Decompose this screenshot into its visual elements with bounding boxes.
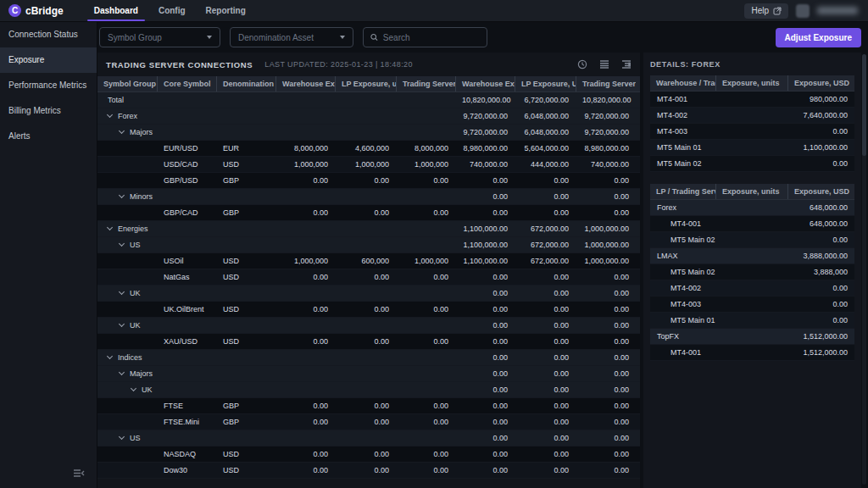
column-header-exposure-usd[interactable]: Exposure, USD xyxy=(787,75,854,91)
table-row-us[interactable]: US1,100,000.00672,000.001,000,000.00 xyxy=(97,237,640,253)
column-header-exposure-units[interactable]: Exposure, units xyxy=(715,75,787,91)
tab-dashboard[interactable]: Dashboard xyxy=(84,0,148,21)
sidebar-item-billing-metrics[interactable]: Billing Metrics xyxy=(0,98,97,124)
detail-row-mt4-001[interactable]: MT4-0011,512,000.00 xyxy=(650,345,854,361)
table-row-usd-cad[interactable]: USD/CADUSD1,000,0001,000,0001,000,000740… xyxy=(97,157,640,173)
detail-row-mt5-main-01[interactable]: MT5 Main 011,100,000.00 xyxy=(650,140,854,156)
cell-usd-0: 0.00 xyxy=(455,205,515,220)
table-row-forex[interactable]: Forex9,720,000.006,048,000.009,720,000.0… xyxy=(97,108,640,125)
detail-row-mt5-main-02[interactable]: MT5 Main 020.00 xyxy=(650,156,854,172)
search-box[interactable] xyxy=(363,27,487,47)
column-header-core-symbol[interactable]: Core Symbol xyxy=(157,76,216,92)
table-row-energies[interactable]: Energies1,100,000.00672,000.001,000,000.… xyxy=(97,221,640,237)
column-header-warehouse-expos[interactable]: Warehouse Expos... xyxy=(455,76,515,92)
detail-row-mt4-002[interactable]: MT4-0020.00 xyxy=(650,280,854,297)
column-header-warehouse-expos[interactable]: Warehouse Expos... xyxy=(275,76,335,92)
cell-core-symbol: USD/CAD xyxy=(157,157,216,172)
detail-row-mt4-001[interactable]: MT4-001648,000.00 xyxy=(650,216,854,232)
denomination-asset-select[interactable]: Denomination Asset xyxy=(230,27,353,47)
detail-row-mt4-001[interactable]: MT4-001980,000.00 xyxy=(650,92,854,108)
chevron-down-icon[interactable] xyxy=(107,112,113,118)
table-row-uk[interactable]: UK0.000.000.00 xyxy=(97,318,640,334)
search-input[interactable] xyxy=(383,33,480,42)
detail-row-mt4-003[interactable]: MT4-0030.00 xyxy=(650,297,854,313)
detail-row-forex[interactable]: Forex648,000.00 xyxy=(650,200,854,216)
cell-usd-0: 0.00 xyxy=(455,318,515,333)
table-row-gbp-cad[interactable]: GBP/CADGBP0.000.000.000.000.000.00 xyxy=(97,205,640,221)
chevron-down-icon[interactable] xyxy=(119,321,125,327)
table-row-nasdaq[interactable]: NASDAQUSD0.000.000.000.000.000.00 xyxy=(97,446,640,463)
tab-reporting[interactable]: Reporting xyxy=(196,0,256,21)
cell-units-0: 0.00 xyxy=(275,205,335,220)
chevron-down-icon[interactable] xyxy=(119,434,125,440)
table-row-eur-usd[interactable]: EUR/USDEUR8,000,0004,600,0008,000,0008,9… xyxy=(97,141,640,157)
table-row-uk[interactable]: UK0.000.000.00 xyxy=(97,286,640,302)
cell-group-label: UK xyxy=(97,318,455,333)
column-header-warehouse-trading-s[interactable]: Warehouse / Trading S... xyxy=(650,75,715,91)
table-row-ftse-mini[interactable]: FTSE.MiniGBP0.000.000.000.000.000.00 xyxy=(97,414,640,430)
help-button[interactable]: Help xyxy=(744,3,788,19)
column-header-denomination-as[interactable]: Denomination As... xyxy=(216,76,275,92)
table-row-xau-usd[interactable]: XAU/USDUSD0.000.000.000.000.000.00 xyxy=(97,334,640,350)
table-row-minors[interactable]: Minors0.000.000.00 xyxy=(97,189,640,205)
scrollbar-thumb[interactable] xyxy=(862,54,866,156)
chevron-down-icon[interactable] xyxy=(119,241,125,247)
column-header-trading-server-ex[interactable]: Trading Server Ex... xyxy=(576,76,636,92)
column-header-lp-exposure-usd[interactable]: LP Exposure, USD xyxy=(515,76,576,92)
table-row-natgas[interactable]: NatGasUSD0.000.000.000.000.000.00 xyxy=(97,269,640,286)
table-row-ftse[interactable]: FTSEGBP0.000.000.000.000.000.00 xyxy=(97,398,640,414)
table-row-us[interactable]: US0.000.000.00 xyxy=(97,430,640,446)
detail-row-mt5-main-02[interactable]: MT5 Main 023,888,000 xyxy=(650,264,854,280)
chevron-down-icon[interactable] xyxy=(119,289,125,295)
cell-group-label: Energies xyxy=(97,221,455,236)
column-header-exposure-usd[interactable]: Exposure, USD xyxy=(787,184,854,199)
help-label: Help xyxy=(751,6,769,15)
detail-row-topfx[interactable]: TopFX1,512,000.00 xyxy=(650,329,854,345)
row-density-icon[interactable] xyxy=(599,59,609,69)
table-row-gbp-usd[interactable]: GBP/USDGBP0.000.000.000.000.000.00 xyxy=(97,173,640,189)
sidebar-item-connection-status[interactable]: Connection Status xyxy=(0,22,97,47)
scrollbar-track[interactable] xyxy=(862,54,866,485)
cell-usd: 648,000.00 xyxy=(787,216,854,231)
table-row-usoil[interactable]: USOilUSD1,000,000600,0001,000,0001,100,0… xyxy=(97,253,640,269)
table-row-uk-oilbrent[interactable]: UK.OilBrentUSD0.000.000.000.000.000.00 xyxy=(97,302,640,318)
table-row-uk[interactable]: UK0.000.000.00 xyxy=(97,382,640,398)
cell-units-2: 0.00 xyxy=(396,269,455,285)
history-clock-icon[interactable] xyxy=(577,59,587,69)
details-title: DETAILS: FOREX xyxy=(650,53,854,75)
adjust-exposure-button[interactable]: Adjust Exposure xyxy=(776,28,861,47)
detail-row-mt5-main-01[interactable]: MT5 Main 010.00 xyxy=(650,313,854,329)
sidebar-item-alerts[interactable]: Alerts xyxy=(0,124,97,149)
sidebar-item-performance-metrics[interactable]: Performance Metrics xyxy=(0,73,97,98)
table-row-majors[interactable]: Majors0.000.000.00 xyxy=(97,366,640,382)
symbol-group-select[interactable]: Symbol Group xyxy=(99,27,220,47)
table-row-total[interactable]: Total10,820,000.006,720,000.0010,820,000… xyxy=(97,92,640,108)
column-header-lp-exposure-units[interactable]: LP Exposure, units xyxy=(335,76,396,92)
chevron-down-icon[interactable] xyxy=(119,369,125,375)
detail-row-lmax[interactable]: LMAX3,888,000.00 xyxy=(650,248,854,264)
table-row-dow30[interactable]: Dow30USD0.000.000.000.000.000.00 xyxy=(97,463,640,479)
cell-denomination-asset: GBP xyxy=(216,205,275,220)
user-avatar[interactable] xyxy=(796,4,810,18)
chevron-down-icon[interactable] xyxy=(107,353,113,359)
sidebar-item-exposure[interactable]: Exposure xyxy=(0,47,97,73)
column-header-trading-server-ex[interactable]: Trading Server Ex... xyxy=(396,76,455,92)
chevron-down-icon[interactable] xyxy=(131,385,136,391)
chevron-down-icon[interactable] xyxy=(119,128,125,134)
top-bar: C cBridge DashboardConfigReporting Help xyxy=(0,0,868,22)
column-header-lp-trading-server[interactable]: LP / Trading Server xyxy=(650,184,715,199)
detail-row-mt4-003[interactable]: MT4-0030.00 xyxy=(650,124,854,140)
table-row-majors[interactable]: Majors9,720,000.006,048,000.009,720,000.… xyxy=(97,125,640,141)
tab-config[interactable]: Config xyxy=(148,0,196,21)
column-header-symbol-group[interactable]: Symbol Group xyxy=(97,76,157,92)
detail-row-mt5-main-02[interactable]: MT5 Main 020.00 xyxy=(650,232,854,248)
collapse-rows-icon[interactable] xyxy=(621,59,632,69)
cell-usd-0: 1,100,000.00 xyxy=(455,237,515,252)
table-row-indices[interactable]: Indices0.000.000.00 xyxy=(97,350,640,366)
chevron-down-icon[interactable] xyxy=(107,225,113,230)
cell-usd-2: 1,000,000.00 xyxy=(576,237,636,252)
collapse-sidebar-button[interactable] xyxy=(73,466,85,481)
chevron-down-icon[interactable] xyxy=(119,192,125,198)
column-header-exposure-units[interactable]: Exposure, units xyxy=(715,184,787,199)
detail-row-mt4-002[interactable]: MT4-0027,640,000.00 xyxy=(650,108,854,124)
